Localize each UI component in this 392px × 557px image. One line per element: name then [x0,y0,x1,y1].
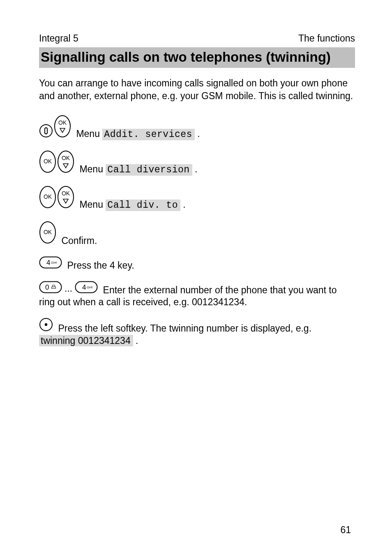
svg-rect-22 [76,281,97,292]
period: . [192,164,198,174]
ok-icon: OK [39,186,56,212]
page-number: 61 [340,525,351,536]
menu-addit-services: Addit. services [102,129,195,140]
period: . [133,335,138,346]
header-left: Integral 5 [39,33,78,44]
softkey-dot-icon [39,318,53,335]
ellipsis: ... [63,283,74,295]
twinning-display: twinning 0012341234 [39,335,133,346]
softkey-text: Press the left softkey. The twinning num… [58,323,311,334]
intro-paragraph: You can arrange to have incoming calls s… [39,77,355,102]
key-4-icon: 4 GHI [39,256,62,272]
svg-marker-4 [60,128,65,132]
menu-label: Menu [76,128,102,139]
page-title: Signalling calls on two telephones (twin… [39,47,355,68]
svg-text:4: 4 [46,259,50,267]
svg-text:OK: OK [44,229,52,235]
svg-rect-1 [45,128,47,134]
svg-marker-14 [63,199,68,203]
svg-rect-17 [40,257,62,268]
svg-text:GHI: GHI [87,285,92,289]
key-0-icon: 0 [39,281,62,297]
svg-point-7 [58,151,74,172]
svg-text:OK: OK [44,158,52,165]
svg-point-26 [45,323,47,326]
period: . [195,128,200,139]
svg-text:OK: OK [58,119,67,126]
ok-down-icon: OK [54,115,71,141]
svg-text:0: 0 [45,283,49,291]
svg-text:OK: OK [62,190,70,197]
svg-text:GHI: GHI [51,261,57,265]
menu-call-div-to: Call div. to [106,200,180,211]
svg-marker-9 [63,164,68,168]
menu-call-diversion: Call diversion [106,164,192,176]
ok-down-icon: OK [57,186,74,212]
press-4-text: Press the 4 key. [67,260,134,271]
svg-text:4: 4 [82,283,86,291]
svg-point-0 [40,125,52,137]
ok-down-icon: OK [57,150,74,176]
ok-icon: OK [39,150,56,176]
svg-point-2 [55,116,70,137]
period: . [180,199,186,210]
svg-text:OK: OK [62,155,70,161]
svg-text:OK: OK [44,193,52,200]
circle-bar-icon [39,124,53,141]
svg-point-12 [58,186,74,208]
menu-label: Menu [79,164,106,174]
confirm-text: Confirm. [61,235,97,246]
ok-icon: OK [39,221,56,247]
key-4-icon: 4 GHI [75,281,98,297]
svg-rect-20 [40,281,62,292]
menu-label: Menu [79,199,106,210]
header-right: The functions [298,33,355,44]
